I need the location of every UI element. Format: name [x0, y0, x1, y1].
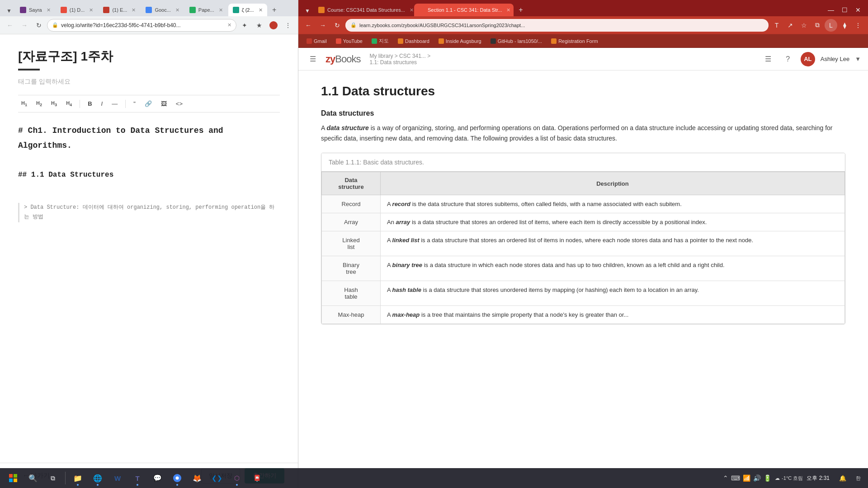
tab-label-e: (1) E... [112, 7, 127, 13]
hamburger-menu-btn[interactable]: ☰ [306, 52, 320, 66]
tab-close-google[interactable]: ✕ [175, 7, 179, 13]
menu-btn-left[interactable]: ⋮ [282, 19, 294, 32]
address-bar-left[interactable]: 🔒 velog.io/write?id=16ec233d-5f6c-4741-b… [47, 19, 236, 32]
file-explorer-button[interactable]: 📁 [68, 469, 87, 487]
vscode-button[interactable]: ❮❯ [208, 469, 226, 487]
visual-studio-button[interactable]: ⬡ [227, 469, 246, 487]
lang-indicator[interactable]: 한 [856, 475, 861, 482]
heading4-btn[interactable]: H4 [63, 99, 75, 108]
tab-d[interactable]: (1) D... ✕ [56, 4, 98, 16]
user-dropdown-icon[interactable]: ▼ [855, 56, 861, 62]
heading1-btn[interactable]: H1 [18, 99, 30, 108]
network-icon[interactable]: 📶 [743, 474, 750, 482]
bookmark-github[interactable]: GitHub - lars1050/... [487, 36, 546, 46]
tab-close-sayra[interactable]: ✕ [47, 7, 51, 13]
forward-button-left[interactable]: → [18, 19, 31, 32]
bookmark-star-right[interactable]: ☆ [797, 19, 810, 32]
keyboard-icon[interactable]: ⌨ [731, 474, 740, 482]
extensions-btn-left[interactable]: ✦ [238, 19, 251, 32]
chrome-button[interactable] [168, 469, 187, 487]
reload-button-right[interactable]: ↻ [331, 19, 344, 32]
quote-btn[interactable]: " [130, 99, 139, 108]
tab-paper[interactable]: Pape... ✕ [185, 4, 227, 16]
search-button[interactable]: 🔍 [24, 469, 42, 487]
battery-icon[interactable]: 🔋 [764, 474, 771, 482]
bold-btn[interactable]: B [85, 99, 95, 108]
share-btn[interactable]: ↗ [784, 19, 797, 32]
tab-velog[interactable]: ζ (2... ✕ [228, 4, 267, 16]
address-bar-right[interactable]: 🔒 learn.zybooks.com/zybook/AUGSBURGCSC34… [345, 19, 769, 32]
user-name[interactable]: Ashley Lee [821, 56, 849, 62]
translate-btn[interactable]: T [770, 19, 783, 32]
tab-favicon-sayra [20, 7, 26, 13]
content-list-btn[interactable]: ☰ [761, 52, 775, 66]
new-tab-button-right[interactable]: + [514, 4, 527, 16]
up-arrow-icon[interactable]: ⌃ [723, 474, 728, 482]
new-tab-button-left[interactable]: + [268, 4, 281, 16]
maximize-btn[interactable]: ☐ [838, 4, 851, 16]
tab-close-course[interactable]: ✕ [410, 7, 413, 13]
extra-app-button[interactable]: 📮 [247, 469, 266, 487]
bm-label-map: 지도 [379, 38, 389, 44]
lock-icon-right: 🔒 [350, 22, 357, 28]
bookmark-btn-left[interactable]: ★ [253, 19, 265, 32]
profile-btn-right[interactable]: L [825, 19, 837, 32]
teams-button[interactable]: T [128, 469, 147, 487]
breadcrumb-course[interactable]: CSC 341... [399, 53, 426, 59]
right-toolbar: ← → ↻ 🔒 learn.zybooks.com/zybook/AUGSBUR… [298, 16, 868, 34]
tab-e[interactable]: (1) E... ✕ [99, 4, 140, 16]
notification-btn[interactable]: 🔔 [833, 469, 852, 487]
menu-btn-right[interactable]: ⋮ [852, 19, 864, 32]
editor-tag-input[interactable]: 태그를 입력하세요 [18, 78, 280, 86]
reload-button-left[interactable]: ↻ [33, 19, 45, 32]
bookmark-inside-augsburg[interactable]: Inside Augsburg [435, 36, 485, 46]
edge-button[interactable]: 🌐 [88, 469, 107, 487]
weather-widget[interactable]: ☁ -1°C 흐림 [775, 475, 803, 482]
forward-button-right[interactable]: → [316, 19, 329, 32]
editor-body[interactable]: # Ch1. Introduction to Data Structures a… [18, 123, 280, 222]
link-btn[interactable]: 🔗 [142, 99, 155, 108]
tab-close-section[interactable]: ✕ [506, 7, 510, 13]
table-title: Table 1.1.1: Basic data structures. [321, 153, 845, 172]
tab-close-velog[interactable]: ✕ [259, 7, 263, 13]
lock-icon-left: 🔒 [52, 22, 58, 28]
task-view-button[interactable]: ⧉ [43, 469, 62, 487]
code-btn[interactable]: <> [173, 99, 186, 108]
tab-label-d: (1) D... [70, 7, 85, 13]
bookmark-registration[interactable]: Registration Form [547, 36, 601, 46]
breadcrumb-library[interactable]: My library [369, 53, 393, 59]
discord-button[interactable]: 💬 [148, 469, 167, 487]
ext-btn[interactable]: ⧫ [838, 19, 851, 32]
volume-icon[interactable]: 🔊 [753, 474, 761, 482]
help-btn[interactable]: ? [781, 52, 795, 66]
tab-overflow-left[interactable]: ▼ [4, 5, 14, 16]
profile-btn-left[interactable] [267, 19, 280, 32]
collection-btn[interactable]: ⧉ [811, 19, 824, 32]
tab-close-d[interactable]: ✕ [89, 7, 93, 13]
tab-google[interactable]: Gooc... ✕ [141, 4, 184, 16]
system-clock[interactable]: 오후 2:31 [807, 474, 830, 482]
bookmark-youtube[interactable]: YouTube [332, 36, 366, 46]
firefox-button[interactable]: 🦊 [188, 469, 207, 487]
tab-close-paper[interactable]: ✕ [219, 7, 223, 13]
bookmark-map[interactable]: 지도 [368, 36, 392, 46]
table-row: Max-heap A max-heap is a tree that maint… [322, 306, 845, 324]
tab-course[interactable]: Course: CSC341 Data Structures... ✕ [314, 4, 413, 16]
image-btn[interactable]: 🖼 [158, 99, 170, 108]
bookmark-gmail[interactable]: Gmail [303, 36, 330, 46]
strikethrough-btn[interactable]: — [108, 99, 121, 108]
start-button[interactable] [4, 469, 23, 487]
tab-sayra[interactable]: Sayra ✕ [15, 4, 55, 16]
italic-btn[interactable]: I [98, 99, 106, 108]
close-btn[interactable]: ✕ [852, 4, 864, 16]
back-button-right[interactable]: ← [302, 19, 315, 32]
bookmark-dashboard[interactable]: Dashboard [394, 36, 433, 46]
tab-overflow-right[interactable]: ▼ [302, 5, 313, 16]
heading2-btn[interactable]: H2 [33, 99, 45, 108]
tab-section[interactable]: Section 1.1 - CSC 341: Data Str... ✕ [414, 4, 514, 16]
heading3-btn[interactable]: H3 [48, 99, 60, 108]
tab-close-e[interactable]: ✕ [132, 7, 136, 13]
back-button-left[interactable]: ← [4, 19, 16, 32]
word-button[interactable]: W [108, 469, 127, 487]
minimize-btn[interactable]: — [825, 4, 837, 16]
